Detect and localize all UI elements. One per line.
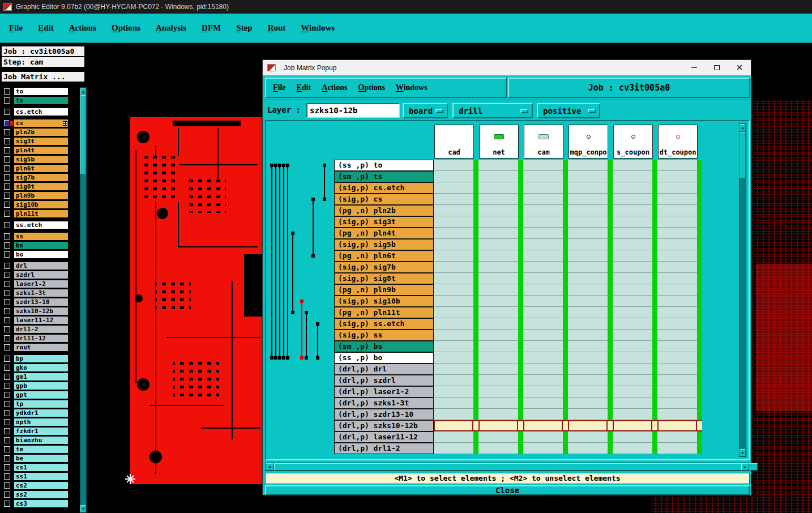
layer-type-dropdown[interactable]: drill bbox=[452, 103, 533, 118]
matrix-row-label[interactable]: (sm ,p) ts bbox=[334, 171, 434, 182]
close-button[interactable]: Close bbox=[265, 485, 750, 495]
layer-item-cs[interactable]: cs bbox=[1, 119, 79, 127]
matrix-cell-to-cam[interactable] bbox=[523, 160, 563, 171]
layer-label[interactable]: be bbox=[14, 454, 69, 463]
layer-item-pln9b[interactable]: pln9b bbox=[1, 191, 79, 200]
layer-item-drl1-2[interactable]: drl1-2 bbox=[1, 325, 79, 334]
matrix-cell-szdr13-10-s_coupon[interactable] bbox=[613, 409, 652, 420]
matrix-cell-cs-s_coupon[interactable] bbox=[613, 194, 652, 205]
sidebar-scrollbar[interactable]: ▲ ▼ bbox=[80, 87, 87, 513]
layer-item-laser1-2[interactable]: laser1-2 bbox=[1, 280, 79, 288]
matrix-cell-drl1-2-s_coupon[interactable] bbox=[613, 443, 652, 454]
layer-checkbox[interactable] bbox=[4, 491, 10, 498]
minimize-button[interactable] bbox=[683, 61, 706, 75]
matrix-cell-cs.etch-mqp_conpo[interactable] bbox=[568, 182, 608, 194]
layer-item-cs3[interactable]: cs3 bbox=[1, 499, 79, 508]
layer-item-ss2[interactable]: ss2 bbox=[1, 490, 79, 499]
layer-item-sig5b[interactable]: sig5b bbox=[1, 155, 79, 164]
job-matrix-button[interactable]: Job Matrix ... bbox=[1, 71, 85, 82]
layer-item-sig3t[interactable]: sig3t bbox=[1, 137, 79, 146]
layer-label[interactable]: sig10b bbox=[14, 200, 69, 209]
layer-label[interactable]: ydkdr1 bbox=[14, 409, 69, 417]
matrix-cell-laser11-12-dt_coupon[interactable] bbox=[657, 431, 697, 443]
matrix-cell-cs-net[interactable] bbox=[478, 194, 518, 205]
matrix-cell-ts-net[interactable] bbox=[478, 171, 518, 182]
matrix-cell-ts-cam[interactable] bbox=[523, 171, 563, 182]
layer-checkbox[interactable] bbox=[4, 374, 10, 380]
layer-item-bs[interactable]: bs bbox=[1, 241, 79, 250]
matrix-row-label[interactable]: (sig,p) cs bbox=[334, 194, 434, 205]
layer-item-sig10b[interactable]: sig10b bbox=[1, 200, 79, 209]
matrix-column-header-mqp_conpo[interactable]: mqp_conpo bbox=[569, 125, 608, 159]
matrix-cell-pln9b-net[interactable] bbox=[478, 284, 518, 296]
matrix-row-label[interactable]: (pg ,n) pln9b bbox=[334, 284, 434, 296]
layer-label[interactable]: tp bbox=[14, 400, 69, 408]
matrix-cell-szdr13-10-cam[interactable] bbox=[523, 409, 563, 420]
matrix-cell-pln9b-cam[interactable] bbox=[523, 284, 563, 296]
layer-checkbox[interactable] bbox=[4, 308, 10, 314]
matrix-cell-szks1-3t-cam[interactable] bbox=[523, 397, 563, 409]
layer-label[interactable]: szks10-12b bbox=[14, 307, 69, 315]
menu-edit[interactable]: Edit bbox=[38, 23, 54, 33]
layer-checkbox[interactable] bbox=[4, 88, 10, 95]
matrix-cell-pln11t-net[interactable] bbox=[478, 307, 518, 318]
layer-label[interactable]: ss1 bbox=[14, 472, 69, 481]
matrix-cell-laser1-2-s_coupon[interactable] bbox=[613, 386, 652, 397]
matrix-cell-pln9b-mqp_conpo[interactable] bbox=[568, 284, 608, 296]
layer-checkbox[interactable] bbox=[4, 251, 10, 258]
matrix-cell-ts-mqp_conpo[interactable] bbox=[568, 171, 608, 182]
layer-item-gpt[interactable]: gpt bbox=[1, 391, 79, 399]
layer-checkbox[interactable] bbox=[4, 193, 10, 199]
layer-checkbox[interactable] bbox=[4, 356, 10, 362]
matrix-cell-to-mqp_conpo[interactable] bbox=[568, 160, 608, 171]
matrix-cell-drl-cad[interactable] bbox=[434, 364, 473, 375]
scroll-down-icon[interactable]: ▼ bbox=[80, 505, 86, 512]
layer-item-laser11-12[interactable]: laser11-12 bbox=[1, 316, 79, 324]
matrix-cell-sig10b-dt_coupon[interactable] bbox=[657, 296, 697, 307]
matrix-row-label[interactable]: (sm ,p) bs bbox=[334, 341, 434, 352]
matrix-cell-pln11t-mqp_conpo[interactable] bbox=[568, 307, 608, 318]
layer-item-cs.etch[interactable]: cs.etch bbox=[1, 108, 79, 116]
popup-menu-options[interactable]: Options bbox=[358, 83, 384, 92]
matrix-cell-sig3t-net[interactable] bbox=[478, 216, 518, 228]
polarity-dropdown[interactable]: positive bbox=[537, 103, 600, 118]
matrix-cell-pln4t-s_coupon[interactable] bbox=[613, 228, 652, 239]
matrix-cell-ss-dt_coupon[interactable] bbox=[657, 330, 697, 341]
layer-checkbox[interactable] bbox=[4, 156, 10, 163]
layer-label[interactable]: drl11-12 bbox=[14, 334, 69, 343]
matrix-cell-ss.etch-cam[interactable] bbox=[523, 318, 563, 330]
layer-label[interactable]: bp bbox=[14, 354, 69, 363]
matrix-cell-to-dt_coupon[interactable] bbox=[657, 160, 697, 171]
layer-item-te[interactable]: te bbox=[1, 445, 79, 454]
matrix-cell-pln11t-cam[interactable] bbox=[523, 307, 563, 318]
matrix-horizontal-scrollbar[interactable]: ◀ ▶ bbox=[265, 463, 750, 471]
matrix-cell-laser1-2-cad[interactable] bbox=[434, 386, 473, 397]
layer-checkbox[interactable] bbox=[4, 281, 10, 287]
matrix-cell-sig10b-cad[interactable] bbox=[434, 296, 473, 307]
layer-item-gm1[interactable]: gm1 bbox=[1, 373, 79, 381]
matrix-cell-pln9b-dt_coupon[interactable] bbox=[657, 284, 697, 296]
matrix-cell-drl1-2-cad[interactable] bbox=[434, 443, 473, 454]
matrix-row-label[interactable]: (pg ,n) pln6t bbox=[334, 250, 434, 262]
matrix-cell-szks1-3t-s_coupon[interactable] bbox=[613, 397, 652, 409]
layer-checkbox[interactable] bbox=[4, 165, 10, 172]
matrix-row-label[interactable]: (pg ,n) pln2b bbox=[334, 205, 434, 216]
layer-label[interactable]: szdrl bbox=[14, 271, 69, 279]
layer-checkbox[interactable] bbox=[4, 365, 10, 371]
matrix-cell-ts-s_coupon[interactable] bbox=[613, 171, 652, 182]
menu-options[interactable]: Options bbox=[112, 23, 140, 33]
layer-item-to[interactable]: to bbox=[1, 87, 79, 96]
matrix-cell-szdrl-cam[interactable] bbox=[523, 375, 563, 386]
matrix-cell-cs.etch-s_coupon[interactable] bbox=[613, 182, 652, 194]
popup-menu-windows[interactable]: Windows bbox=[396, 83, 428, 92]
layer-checkbox[interactable] bbox=[4, 446, 10, 452]
layer-checkbox[interactable] bbox=[4, 138, 10, 144]
matrix-cell-szks1-3t-mqp_conpo[interactable] bbox=[568, 397, 608, 409]
layer-label[interactable]: cs2 bbox=[14, 481, 69, 490]
matrix-cell-cs.etch-cad[interactable] bbox=[434, 182, 473, 194]
matrix-row-label[interactable]: (ss ,p) to bbox=[334, 160, 434, 171]
matrix-cell-sig7b-cad[interactable] bbox=[434, 262, 473, 273]
scroll-right-icon[interactable]: ▶ bbox=[741, 463, 749, 471]
layer-checkbox[interactable] bbox=[4, 202, 10, 208]
matrix-cell-pln4t-cad[interactable] bbox=[434, 228, 473, 239]
